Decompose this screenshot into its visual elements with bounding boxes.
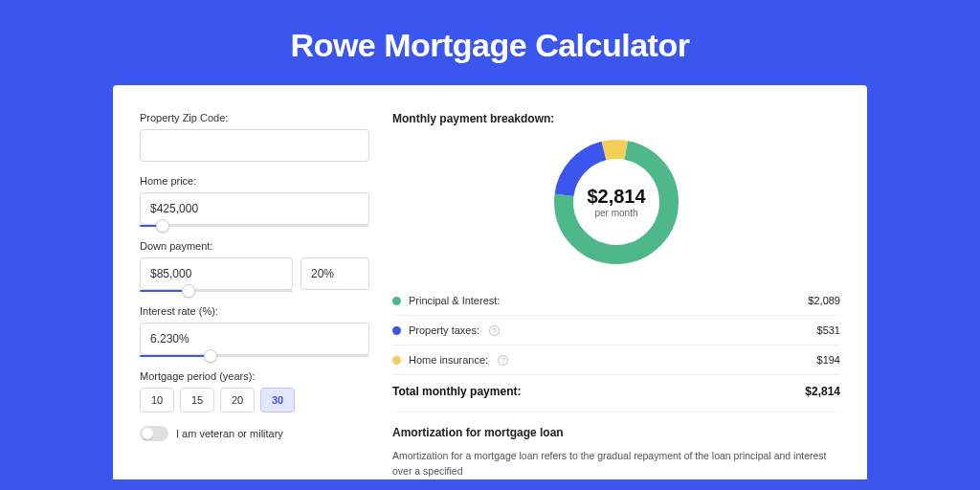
down-payment-group: Down payment: (140, 240, 369, 292)
info-icon[interactable]: ? (489, 325, 500, 336)
veteran-label: I am veteran or military (176, 428, 283, 439)
donut-center: $2,814 per month (549, 135, 683, 269)
legend-value: $194 (817, 354, 840, 366)
zip-label: Property Zip Code: (140, 112, 369, 123)
legend-dot (392, 297, 401, 305)
zip-input[interactable] (140, 129, 369, 162)
legend-label: Principal & Interest: (409, 295, 500, 306)
rate-group: Interest rate (%): (140, 305, 369, 357)
down-payment-slider[interactable] (140, 290, 293, 292)
donut-amount: $2,814 (587, 186, 645, 208)
legend-value: $531 (817, 324, 840, 336)
slider-thumb[interactable] (182, 284, 195, 298)
home-price-group: Home price: (140, 175, 369, 227)
veteran-toggle[interactable] (140, 426, 168, 441)
legend-row-principal: Principal & Interest:$2,089 (392, 286, 840, 316)
total-label: Total monthly payment: (392, 385, 521, 398)
rate-slider[interactable] (140, 355, 369, 357)
veteran-toggle-row: I am veteran or military (140, 426, 369, 441)
period-option-30[interactable]: 30 (260, 388, 295, 412)
page-title: Rowe Mortgage Calculator (0, 0, 980, 85)
rate-label: Interest rate (%): (140, 305, 369, 317)
legend-label: Property taxes: (409, 324, 479, 336)
amortization-text: Amortization for a mortgage loan refers … (392, 449, 840, 479)
down-payment-label: Down payment: (140, 240, 369, 252)
donut-chart-wrap: $2,814 per month (392, 135, 840, 269)
donut-chart: $2,814 per month (549, 135, 683, 269)
zip-field-group: Property Zip Code: (140, 112, 369, 162)
info-icon[interactable]: ? (498, 355, 508, 366)
rate-input[interactable] (140, 323, 369, 355)
breakdown-heading: Monthly payment breakdown: (392, 112, 840, 125)
home-price-input[interactable] (140, 192, 369, 225)
legend-list: Principal & Interest:$2,089Property taxe… (392, 286, 840, 375)
amortization-section: Amortization for mortgage loan Amortizat… (392, 412, 840, 479)
down-payment-pct-input[interactable] (301, 257, 369, 290)
toggle-knob (142, 428, 153, 439)
home-price-label: Home price: (140, 175, 369, 187)
slider-thumb[interactable] (156, 219, 169, 233)
period-option-15[interactable]: 15 (180, 388, 214, 412)
period-label: Mortgage period (years): (140, 370, 369, 382)
slider-thumb[interactable] (204, 349, 217, 363)
period-options: 10152030 (140, 388, 369, 412)
total-row: Total monthly payment: $2,814 (392, 375, 840, 412)
home-price-slider[interactable] (140, 225, 369, 227)
total-value: $2,814 (805, 385, 840, 398)
donut-sub: per month (594, 208, 637, 218)
period-option-10[interactable]: 10 (140, 388, 174, 412)
legend-row-insurance: Home insurance:?$194 (392, 345, 840, 375)
amortization-title: Amortization for mortgage loan (392, 426, 840, 439)
legend-dot (392, 326, 401, 335)
legend-row-taxes: Property taxes:?$531 (392, 316, 840, 345)
legend-value: $2,089 (808, 295, 840, 306)
period-group: Mortgage period (years): 10152030 (140, 370, 369, 412)
period-option-20[interactable]: 20 (220, 388, 255, 412)
breakdown-column: Monthly payment breakdown: $2,814 per mo… (392, 112, 840, 479)
legend-dot (392, 356, 401, 365)
legend-label: Home insurance: (409, 354, 488, 366)
calculator-card: Property Zip Code: Home price: Down paym… (113, 85, 867, 479)
down-payment-input[interactable] (140, 257, 293, 290)
form-column: Property Zip Code: Home price: Down paym… (140, 112, 369, 479)
